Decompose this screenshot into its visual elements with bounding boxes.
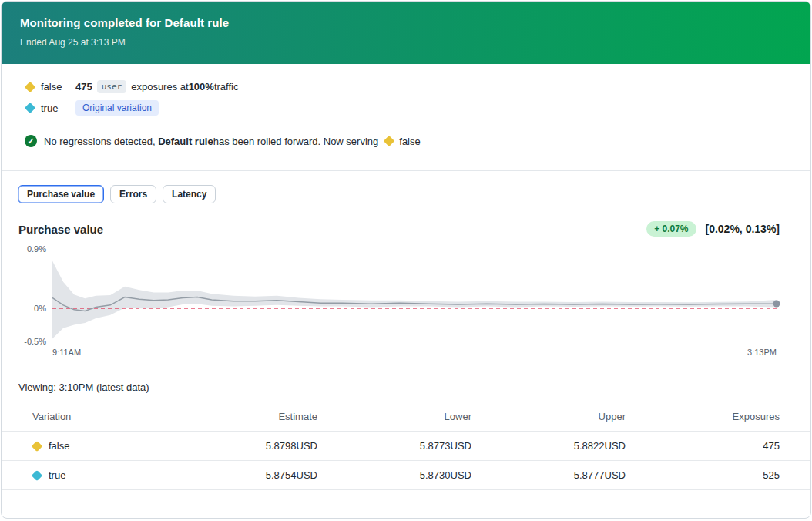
summary-section: false 475 user exposures at 100% traffic… (2, 64, 810, 147)
col-estimate: Estimate (179, 411, 317, 422)
metric-header: Purchase value + 0.07% [0.02%, 0.13%] (2, 203, 810, 237)
table-row-true: true 5.8754USD 5.8730USD 5.8777USD 525 (2, 461, 810, 490)
latest-point-dot[interactable] (773, 301, 780, 308)
col-exposures: Exposures (626, 411, 780, 422)
y-tick-bottom: -0.5% (24, 337, 46, 346)
original-variation-badge: Original variation (75, 100, 159, 116)
result-text-2: has been rolled forward. Now serving (213, 136, 379, 147)
exposure-count: 475 (75, 81, 92, 92)
metric-result: + 0.07% [0.02%, 0.13%] (646, 221, 780, 237)
y-tick-zero: 0% (34, 304, 46, 313)
flag-false-diamond-icon (32, 440, 42, 451)
banner-title-rule-name: Default rule (165, 16, 230, 29)
x-label-start: 9:11AM (52, 348, 81, 357)
estimate-value: 5.8754USD (179, 469, 317, 481)
table-row-false: false 5.8798USD 5.8773USD 5.8822USD 475 (2, 432, 810, 461)
variation-cell: false (32, 440, 179, 452)
flag-false-diamond-icon (25, 81, 35, 92)
flag-true-diamond-icon (32, 469, 42, 480)
chart-plot (52, 249, 777, 341)
serving-flag-label: false (399, 136, 420, 147)
exposures-text: exposures at (131, 81, 188, 92)
tab-purchase-value[interactable]: Purchase value (18, 185, 104, 203)
lower-value: 5.8730USD (317, 469, 471, 481)
delta-badge: + 0.07% (646, 221, 696, 237)
success-check-icon: ✓ (25, 135, 37, 147)
banner-title: Monitoring completed for Default rule (20, 16, 792, 29)
estimate-value: 5.8798USD (179, 440, 317, 452)
variation-name: true (49, 469, 65, 481)
upper-value: 5.8777USD (471, 469, 626, 481)
chart-area: 0.9% 0% -0.5% (18, 249, 777, 341)
chart-x-axis: 9:11AM 3:13PM (52, 341, 777, 357)
timeseries-chart: 0.9% 0% -0.5% 9:11AM 3:13PM (18, 249, 777, 357)
variation-row-false: false 475 user exposures at 100% traffic (25, 80, 792, 93)
table-footer-space (2, 490, 810, 513)
banner-title-prefix: Monitoring completed for (20, 16, 165, 29)
traffic-text: traffic (214, 81, 239, 92)
result-row: ✓ No regressions detected, Default rule … (25, 135, 792, 147)
y-tick-top: 0.9% (27, 244, 46, 254)
confidence-interval-text: [0.02%, 0.13%] (706, 223, 780, 235)
serving-flag-diamond-icon (384, 136, 394, 146)
traffic-percent: 100% (189, 81, 214, 92)
metric-tabs: Purchase value Errors Latency (2, 171, 810, 203)
flag-true-label: true (41, 103, 75, 114)
table-header-row: Variation Estimate Lower Upper Exposures (2, 402, 810, 432)
viewing-status: Viewing: 3:10PM (latest data) (2, 357, 810, 393)
monitoring-card: Monitoring completed for Default rule En… (1, 1, 811, 519)
chart-y-axis: 0.9% 0% -0.5% (18, 249, 52, 341)
exposures-value: 475 (626, 440, 780, 452)
col-lower: Lower (317, 411, 471, 422)
banner: Monitoring completed for Default rule En… (2, 2, 810, 64)
variation-row-true: true Original variation (25, 100, 792, 116)
flag-true-diamond-icon (25, 103, 35, 113)
result-text-1: No regressions detected, (44, 136, 156, 147)
x-label-end: 3:13PM (747, 348, 777, 357)
lower-value: 5.8773USD (317, 440, 471, 452)
tab-errors[interactable]: Errors (110, 185, 156, 203)
unit-badge: user (97, 80, 127, 93)
tab-latency[interactable]: Latency (163, 185, 216, 203)
banner-subtitle: Ended Aug 25 at 3:13 PM (20, 37, 792, 48)
flag-false-label: false (41, 81, 75, 92)
variation-name: false (49, 440, 69, 452)
metric-title: Purchase value (18, 223, 103, 236)
result-rule-name: Default rule (158, 136, 213, 147)
upper-value: 5.8822USD (471, 440, 626, 452)
col-upper: Upper (471, 411, 626, 422)
results-table: Variation Estimate Lower Upper Exposures… (2, 402, 810, 513)
exposures-value: 525 (626, 469, 780, 481)
chart-svg (52, 249, 777, 341)
col-variation: Variation (32, 411, 179, 422)
variation-cell: true (32, 469, 179, 481)
